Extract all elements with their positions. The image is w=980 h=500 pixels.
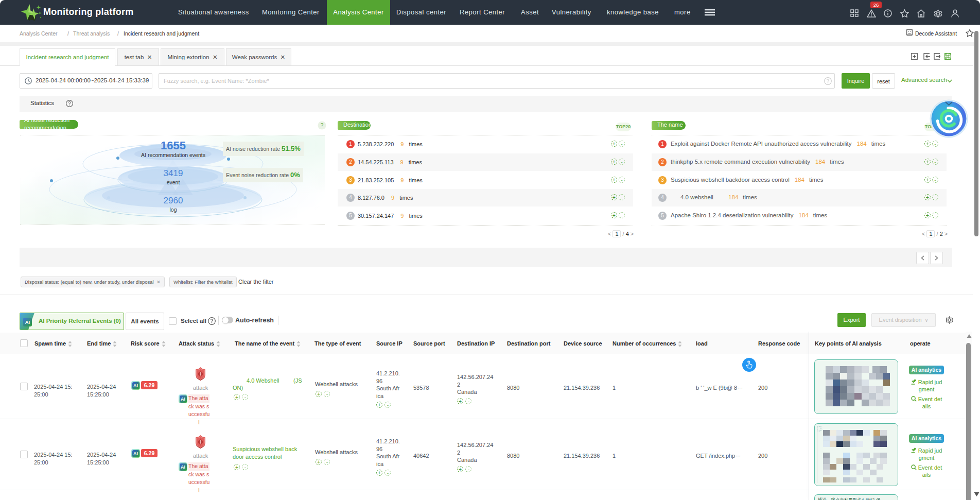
svg-text:?: ? <box>321 123 324 128</box>
